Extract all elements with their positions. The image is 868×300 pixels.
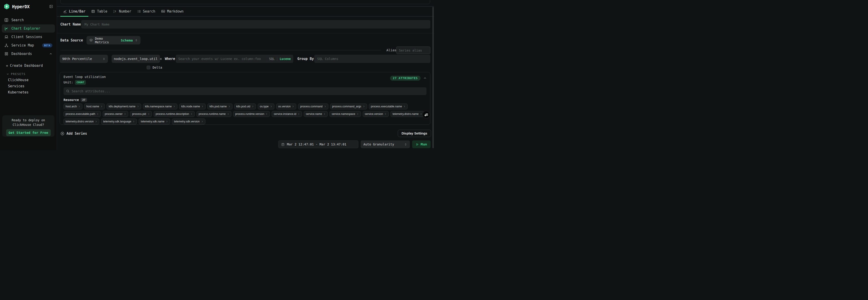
attribute-chip[interactable]: process.executable.name (369, 104, 408, 109)
vertical-scrollbar[interactable] (432, 7, 434, 148)
attribute-chip[interactable]: process.runtime.description (154, 111, 195, 117)
attribute-chip-label: process.command (300, 105, 322, 108)
sql-toggle[interactable]: SQL (269, 57, 275, 61)
attribute-chip[interactable]: k8s.node.name (179, 104, 206, 109)
attribute-chip[interactable]: telemetry.distro.version (64, 118, 99, 125)
attribute-chip[interactable]: process.runtime.name (196, 111, 231, 117)
tab-markdown[interactable]: Markdown (158, 7, 186, 17)
attribute-chip[interactable]: process.command_args (330, 104, 367, 109)
attribute-chip[interactable]: k8s.pod.name (208, 104, 232, 109)
add-series-button[interactable]: Add Series (60, 132, 87, 136)
attribute-chip[interactable]: host.arch (64, 104, 83, 109)
main-content: Line/Bar Table 123 Number Search Markdow… (57, 0, 434, 150)
data-source-select[interactable]: Demo Metrics Schema (87, 36, 141, 45)
attribute-chip-label: process.command_args (332, 105, 361, 108)
attribute-chip[interactable]: service.namespace (330, 111, 361, 117)
floating-widget-button[interactable] (423, 111, 430, 118)
time-range-picker[interactable]: Mar 2 12:47:01 - Mar 2 13:47:01 (278, 140, 359, 148)
attribute-chip[interactable]: telemetry.sdk.version (172, 118, 205, 125)
attribute-chip-label: process.runtime.name (198, 112, 226, 115)
sidebar-item-chart-explorer[interactable]: Chart Explorer (2, 24, 55, 33)
series-alias-input[interactable] (396, 47, 430, 54)
chevron-up-icon[interactable] (423, 76, 427, 80)
preset-item-clickhouse[interactable]: ClickHouse (0, 77, 57, 83)
tab-table[interactable]: Table (88, 7, 110, 17)
attribute-chip[interactable]: service.version (363, 111, 389, 117)
sidebar: HyperDX Search Chart Explorer Client Ses… (0, 0, 57, 150)
attribute-chip[interactable]: os.type (258, 104, 274, 109)
attribute-chip[interactable]: process.pid (130, 111, 152, 117)
attribute-chip[interactable]: k8s.pod.uid (234, 104, 256, 109)
chart-name-input[interactable] (81, 20, 430, 28)
table-icon (91, 9, 95, 13)
attribute-chip[interactable]: telemetry.sdk.name (139, 118, 170, 125)
attribute-chip-label: process.owner (105, 112, 123, 115)
chevron-right-icon (356, 113, 359, 115)
tab-label: Table (97, 9, 107, 13)
granularity-select[interactable]: Auto Granularity (361, 140, 410, 148)
beta-badge: BETA (42, 43, 52, 48)
select-chevrons-icon (135, 39, 138, 42)
sidebar-item-service-map[interactable]: Service Map BETA (2, 41, 55, 50)
tab-line-bar[interactable]: Line/Bar (60, 7, 88, 17)
metric-chip[interactable]: nodejs.event_loop.util (112, 55, 160, 63)
display-settings-button[interactable]: Display Settings (398, 130, 431, 137)
delta-checkbox[interactable] (147, 66, 150, 69)
group-by-input[interactable] (314, 55, 430, 63)
chevron-right-icon (298, 113, 300, 115)
attribute-chip-label: service.instance.id (274, 112, 296, 115)
attribute-chip-label: host.arch (66, 105, 77, 108)
chevron-right-icon (148, 113, 150, 115)
run-button[interactable]: Run (412, 140, 431, 148)
attribute-chip[interactable]: service.name (304, 111, 328, 117)
resource-count-badge: 27 (81, 98, 87, 102)
lucene-toggle[interactable]: Lucene (280, 57, 291, 61)
attribute-chip[interactable]: os.version (276, 104, 297, 109)
attributes-search-input[interactable] (64, 87, 427, 95)
attribute-chip[interactable]: k8s.namespace.name (143, 104, 177, 109)
query-language-toggle: SQL | Lucene (269, 57, 291, 61)
attribute-chip[interactable]: process.runtime.version (233, 111, 270, 117)
unit-label: Unit: (64, 80, 73, 84)
play-icon (416, 143, 419, 146)
chevron-right-icon (137, 105, 139, 108)
chart-line-icon (4, 26, 8, 31)
attribute-chip[interactable]: k8s.deployment.name (106, 104, 141, 109)
aggregation-select[interactable]: 90th Percentile (60, 55, 108, 63)
granularity-value: Auto Granularity (364, 142, 394, 146)
create-dashboard-label: Create Dashboard (10, 63, 43, 68)
service-map-icon (4, 43, 8, 48)
search-board-icon (4, 18, 8, 22)
get-started-button[interactable]: Get Started for Free (6, 129, 51, 136)
chevron-up-icon[interactable] (49, 52, 52, 55)
attribute-chip[interactable]: process.executable.path (64, 111, 101, 117)
sidebar-item-search[interactable]: Search (2, 16, 55, 24)
chart-name-label: Chart Name (60, 22, 81, 26)
schema-link[interactable]: Schema (121, 38, 133, 42)
preset-item-kubernetes[interactable]: Kubernetes (0, 89, 57, 96)
sidebar-collapse-icon[interactable] (49, 5, 53, 8)
sidebar-item-client-sessions[interactable]: Client Sessions (2, 33, 55, 41)
data-source-row: Data Source (60, 36, 83, 45)
tab-number[interactable]: 123 Number (110, 7, 134, 17)
tab-search[interactable]: Search (134, 7, 158, 17)
preset-item-services[interactable]: Services (0, 83, 57, 89)
attribute-chip[interactable]: process.owner (103, 111, 128, 117)
chevron-right-icon (95, 120, 97, 122)
sidebar-item-dashboards[interactable]: Dashboards (2, 50, 55, 58)
where-search-input[interactable]: Search your events w/ Lucene ex. column:… (176, 55, 293, 63)
presets-header[interactable]: PRESETS (0, 71, 57, 77)
attribute-chip[interactable]: telemetry.distro.name (391, 111, 425, 117)
attribute-chip[interactable]: host.name (84, 104, 105, 109)
tab-label: Line/Bar (69, 9, 85, 13)
create-dashboard-button[interactable]: + Create Dashboard (0, 62, 57, 69)
metric-description: Event loop utilization (64, 75, 427, 79)
attribute-chip[interactable]: telemetry.sdk.language (101, 118, 137, 125)
where-placeholder: Search your events w/ Lucene ex. column:… (178, 57, 261, 61)
remove-metric-icon[interactable] (159, 57, 162, 60)
attribute-chip-label: service.name (306, 112, 322, 115)
list-icon (137, 9, 141, 13)
divider (57, 33, 434, 33)
attribute-chip[interactable]: process.command (298, 104, 328, 109)
attribute-chip[interactable]: service.instance.id (272, 111, 302, 117)
